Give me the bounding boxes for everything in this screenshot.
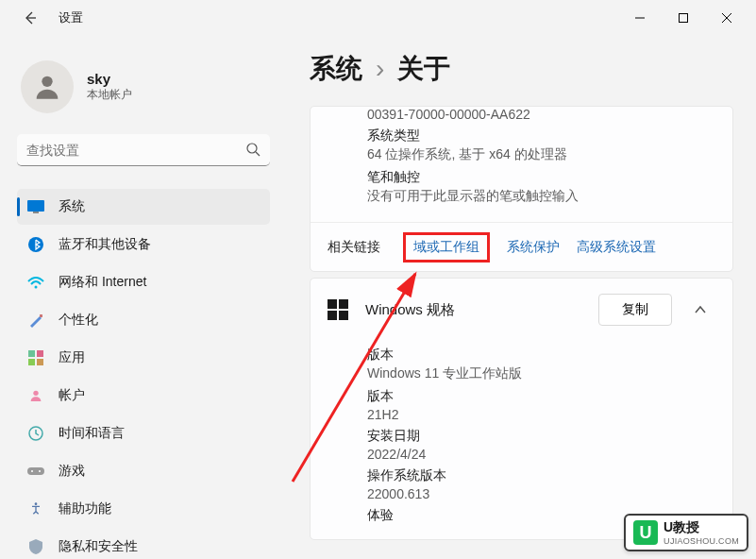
search-input[interactable] xyxy=(17,134,270,166)
svg-rect-7 xyxy=(27,200,44,212)
link-system-protection[interactable]: 系统保护 xyxy=(507,239,560,256)
maximize-icon xyxy=(679,13,688,23)
chevron-up-icon xyxy=(694,303,707,316)
user-type: 本地帐户 xyxy=(87,87,132,103)
nav-system[interactable]: 系统 xyxy=(17,189,270,225)
watermark-url: UJIAOSHOU.COM xyxy=(664,536,739,546)
nav-accessibility[interactable]: 辅助功能 xyxy=(17,491,270,527)
system-type-label: 系统类型 xyxy=(367,127,732,144)
watermark-logo-icon: U xyxy=(633,520,658,545)
svg-point-16 xyxy=(33,391,38,396)
svg-rect-1 xyxy=(680,14,688,23)
system-type-value: 64 位操作系统, 基于 x64 的处理器 xyxy=(367,146,732,163)
svg-rect-12 xyxy=(28,350,35,357)
install-date-value: 2022/4/24 xyxy=(367,447,732,462)
search-icon xyxy=(245,142,260,160)
nav-label: 帐户 xyxy=(59,387,85,404)
edition-value: Windows 11 专业工作站版 xyxy=(367,365,732,382)
pen-touch-value: 没有可用于此显示器的笔或触控输入 xyxy=(367,188,732,205)
windows-specs-card: Windows 规格 复制 版本 Windows 11 专业工作站版 版本 21… xyxy=(310,278,733,540)
nav-accounts[interactable]: 帐户 xyxy=(17,378,270,414)
nav-time[interactable]: 时间和语言 xyxy=(17,415,270,451)
watermark-name: U教授 xyxy=(664,519,739,536)
os-build-value: 22000.613 xyxy=(367,486,732,501)
svg-rect-11 xyxy=(40,314,42,317)
os-build-label: 操作系统版本 xyxy=(367,467,732,484)
nav-network[interactable]: 网络和 Internet xyxy=(17,264,270,300)
nav-privacy[interactable]: 隐私和安全性 xyxy=(17,529,270,559)
version-label: 版本 xyxy=(367,388,732,405)
copy-button[interactable]: 复制 xyxy=(598,294,672,326)
product-id-value: 00391-70000-00000-AA622 xyxy=(367,107,732,122)
user-account-row[interactable]: sky 本地帐户 xyxy=(17,60,270,113)
sidebar: sky 本地帐户 系统 蓝牙和其他设备 网络和 Internet 个性化 应用 … xyxy=(0,36,283,559)
nav-label: 网络和 Internet xyxy=(59,274,146,291)
svg-point-19 xyxy=(31,470,33,472)
svg-point-10 xyxy=(35,286,38,289)
user-name: sky xyxy=(87,71,132,87)
svg-rect-18 xyxy=(27,467,44,475)
edition-label: 版本 xyxy=(367,347,732,364)
version-value: 21H2 xyxy=(367,407,732,422)
windows-icon xyxy=(328,299,348,320)
nav-list: 系统 蓝牙和其他设备 网络和 Internet 个性化 应用 帐户 时间和语言 … xyxy=(17,189,270,559)
svg-rect-14 xyxy=(28,359,35,365)
nav-label: 时间和语言 xyxy=(59,425,125,442)
accounts-icon xyxy=(26,386,45,405)
svg-rect-15 xyxy=(37,359,43,365)
device-specs-card: 00391-70000-00000-AA622 系统类型 64 位操作系统, 基… xyxy=(310,106,733,272)
nav-label: 应用 xyxy=(59,349,85,366)
related-label: 相关链接 xyxy=(328,239,380,256)
bluetooth-icon xyxy=(26,235,45,254)
personalize-icon xyxy=(26,311,45,330)
breadcrumb-separator: › xyxy=(376,54,384,84)
svg-rect-8 xyxy=(33,212,39,213)
gaming-icon xyxy=(26,462,45,481)
related-links-row: 相关链接 域或工作组 系统保护 高级系统设置 xyxy=(311,222,732,271)
nav-label: 系统 xyxy=(59,198,85,215)
back-button[interactable] xyxy=(17,5,43,31)
close-icon xyxy=(722,13,731,23)
minimize-button[interactable] xyxy=(618,3,662,33)
pen-touch-label: 笔和触控 xyxy=(367,169,732,186)
svg-point-4 xyxy=(42,76,52,87)
link-domain-workgroup[interactable]: 域或工作组 xyxy=(403,232,490,263)
breadcrumb-root[interactable]: 系统 xyxy=(310,51,362,87)
accessibility-icon xyxy=(26,500,45,518)
svg-point-20 xyxy=(39,470,41,472)
network-icon xyxy=(26,273,45,292)
nav-gaming[interactable]: 游戏 xyxy=(17,453,270,489)
close-button[interactable] xyxy=(705,3,748,33)
time-icon xyxy=(26,424,45,443)
nav-label: 隐私和安全性 xyxy=(59,538,138,555)
watermark: U U教授 UJIAOSHOU.COM xyxy=(624,514,748,551)
breadcrumb-current: 关于 xyxy=(397,51,450,87)
svg-rect-13 xyxy=(37,350,43,357)
window-title: 设置 xyxy=(59,9,83,26)
avatar xyxy=(21,60,74,113)
nav-bluetooth[interactable]: 蓝牙和其他设备 xyxy=(17,227,270,263)
svg-point-21 xyxy=(35,502,38,505)
install-date-label: 安装日期 xyxy=(367,428,732,445)
maximize-button[interactable] xyxy=(662,3,705,33)
avatar-icon xyxy=(31,71,63,103)
nav-apps[interactable]: 应用 xyxy=(17,340,270,376)
windows-specs-title: Windows 规格 xyxy=(365,301,455,319)
privacy-icon xyxy=(26,537,45,556)
breadcrumb: 系统 › 关于 xyxy=(310,51,733,87)
collapse-button[interactable] xyxy=(685,295,715,325)
nav-label: 蓝牙和其他设备 xyxy=(59,236,151,253)
system-icon xyxy=(26,197,45,216)
back-arrow-icon xyxy=(23,10,38,25)
nav-label: 个性化 xyxy=(59,312,98,329)
link-advanced-settings[interactable]: 高级系统设置 xyxy=(577,239,656,256)
nav-label: 辅助功能 xyxy=(59,500,111,517)
titlebar: 设置 xyxy=(0,0,756,36)
apps-icon xyxy=(26,348,45,367)
svg-line-6 xyxy=(256,152,260,156)
nav-personalize[interactable]: 个性化 xyxy=(17,302,270,338)
svg-point-5 xyxy=(247,144,257,153)
nav-label: 游戏 xyxy=(59,463,85,480)
main-content: 系统 › 关于 00391-70000-00000-AA622 系统类型 64 … xyxy=(283,36,756,559)
minimize-icon xyxy=(635,13,645,23)
